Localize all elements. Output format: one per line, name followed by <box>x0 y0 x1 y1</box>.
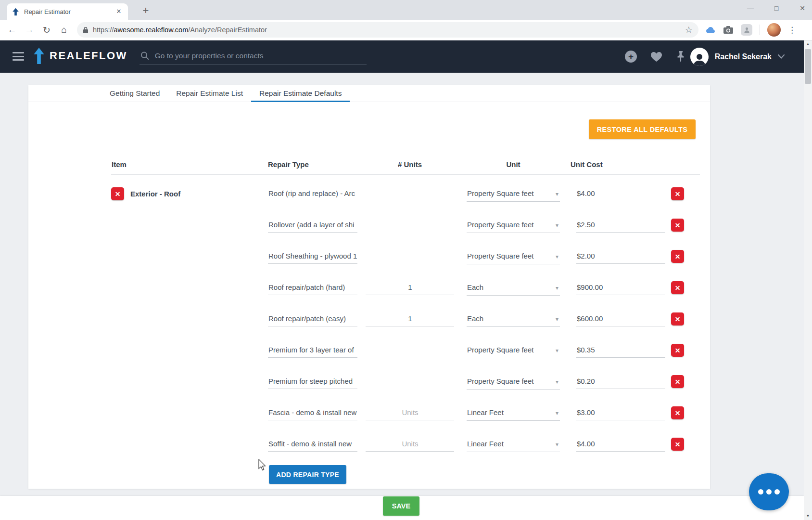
delete-row-button[interactable]: ✕ <box>671 438 684 451</box>
unit-cost-input[interactable] <box>576 377 665 389</box>
browser-menu-icon[interactable]: ⋮ <box>788 25 796 35</box>
delete-row-button[interactable]: ✕ <box>671 312 684 325</box>
item-group-label: Exterior - Roof <box>130 190 180 198</box>
home-icon[interactable]: ⌂ <box>56 25 72 35</box>
table-row: Each▾ ✕ <box>111 274 700 306</box>
item-group: ✕ Exterior - Roof <box>111 187 180 200</box>
back-icon[interactable]: ← <box>4 25 20 35</box>
brand-name: REALEFLOW <box>50 50 127 62</box>
delete-row-button[interactable]: ✕ <box>671 375 684 388</box>
user-menu[interactable]: Rachel Sekerak <box>690 40 785 73</box>
repair-type-input[interactable] <box>268 440 357 452</box>
delete-row-button[interactable]: ✕ <box>671 344 684 357</box>
repair-type-input[interactable] <box>268 189 357 201</box>
delete-row-button[interactable]: ✕ <box>671 219 684 232</box>
address-bar: ← → ↻ ⌂ https://awesome.realeflow.com/An… <box>0 20 812 40</box>
add-new-icon[interactable]: + <box>625 51 637 63</box>
search-input[interactable] <box>155 52 366 60</box>
lock-icon[interactable] <box>83 26 89 34</box>
chevron-down-icon: ▾ <box>556 285 558 291</box>
pin-icon[interactable] <box>676 51 685 63</box>
unit-cost-input[interactable] <box>576 346 665 358</box>
unit-cost-input[interactable] <box>576 252 665 264</box>
app-header: REALEFLOW + Rachel Sekerak <box>0 40 804 73</box>
cloud-sync-icon[interactable] <box>705 26 716 34</box>
url-text: https://awesome.realeflow.com/Analyze/Re… <box>93 26 681 34</box>
bookmark-star-icon[interactable]: ☆ <box>685 25 693 35</box>
unit-cost-input[interactable] <box>576 408 665 420</box>
table-row: Property Square feet▾ ✕ <box>111 368 700 400</box>
browser-extension-icon[interactable] <box>741 24 752 36</box>
window-maximize-icon[interactable]: □ <box>771 4 782 12</box>
forward-icon: → <box>21 25 38 35</box>
unit-dropdown[interactable]: Each▾ <box>467 283 560 296</box>
unit-cost-input[interactable] <box>576 189 665 201</box>
favorites-heart-icon[interactable] <box>650 52 662 62</box>
save-bar: SAVE <box>0 496 804 520</box>
delete-row-button[interactable]: ✕ <box>671 406 684 419</box>
delete-row-button[interactable]: ✕ <box>671 281 684 294</box>
global-search <box>140 48 367 65</box>
repair-type-input[interactable] <box>268 221 357 233</box>
chevron-down-icon: ▾ <box>556 410 558 416</box>
col-header-unit: Unit <box>467 160 560 169</box>
browser-tab[interactable]: Repair Estimator ✕ <box>7 3 128 20</box>
table-row: ✕ Exterior - Roof Property Square feet▾ … <box>111 181 700 212</box>
browser-profile-avatar[interactable] <box>767 23 781 37</box>
page-scrollbar[interactable]: ▲ ▼ <box>804 40 812 520</box>
realeflow-logo[interactable]: REALEFLOW <box>33 48 127 64</box>
tab-close-icon[interactable]: ✕ <box>114 7 123 16</box>
scroll-up-icon[interactable]: ▲ <box>804 40 812 48</box>
unit-dropdown[interactable]: Each▾ <box>467 314 560 327</box>
unit-dropdown[interactable]: Property Square feet▾ <box>467 252 560 264</box>
unit-dropdown[interactable]: Property Square feet▾ <box>467 346 560 358</box>
tab-repair-estimate-defaults[interactable]: Repair Estimate Defaults <box>251 85 350 102</box>
chevron-down-icon: ▾ <box>556 253 558 260</box>
repair-estimator-card: Getting Started Repair Estimate List Rep… <box>28 85 710 489</box>
divider <box>760 25 760 35</box>
repair-type-input[interactable] <box>268 252 357 264</box>
user-name: Rachel Sekerak <box>715 52 772 61</box>
units-input[interactable] <box>366 314 454 326</box>
units-input[interactable] <box>366 408 454 420</box>
unit-cost-input[interactable] <box>576 440 665 452</box>
delete-row-button[interactable]: ✕ <box>671 250 684 263</box>
window-minimize-icon[interactable]: — <box>745 4 756 12</box>
unit-cost-input[interactable] <box>576 283 665 295</box>
units-input[interactable] <box>366 440 454 452</box>
unit-dropdown[interactable]: Linear Feet▾ <box>467 440 560 452</box>
repair-type-input[interactable] <box>268 346 357 358</box>
repair-type-input[interactable] <box>268 408 357 420</box>
hamburger-menu-icon[interactable] <box>13 52 24 61</box>
url-field[interactable]: https://awesome.realeflow.com/Analyze/Re… <box>77 22 698 38</box>
tab-repair-estimate-list[interactable]: Repair Estimate List <box>168 85 251 102</box>
col-header-units: # Units <box>366 160 454 169</box>
restore-all-defaults-button[interactable]: RESTORE ALL DEFAULTS <box>589 119 696 139</box>
delete-row-button[interactable]: ✕ <box>671 187 684 200</box>
chevron-down-icon: ▾ <box>556 222 558 229</box>
table-row: Each▾ ✕ <box>111 306 700 337</box>
unit-dropdown[interactable]: Property Square feet▾ <box>467 189 560 202</box>
reload-icon[interactable]: ↻ <box>38 25 55 36</box>
repair-type-input[interactable] <box>268 283 357 295</box>
chat-widget-button[interactable] <box>749 473 789 510</box>
scroll-down-icon[interactable]: ▼ <box>804 512 812 520</box>
scrollbar-thumb[interactable] <box>805 49 811 84</box>
delete-group-button[interactable]: ✕ <box>111 187 124 200</box>
units-input[interactable] <box>366 283 454 295</box>
unit-cost-input[interactable] <box>576 314 665 326</box>
unit-dropdown[interactable]: Property Square feet▾ <box>467 221 560 233</box>
unit-dropdown[interactable]: Linear Feet▾ <box>467 408 560 421</box>
window-close-icon[interactable]: ✕ <box>797 4 808 12</box>
camera-extension-icon[interactable] <box>723 26 734 34</box>
unit-cost-input[interactable] <box>576 221 665 233</box>
repair-type-input[interactable] <box>268 377 357 389</box>
add-repair-type-button[interactable]: ADD REPAIR TYPE <box>269 465 346 484</box>
unit-dropdown[interactable]: Property Square feet▾ <box>467 377 560 390</box>
realeflow-arrow-icon <box>33 48 45 64</box>
tab-getting-started[interactable]: Getting Started <box>102 85 168 102</box>
save-button[interactable]: SAVE <box>383 496 419 516</box>
table-row: Property Square feet▾ ✕ <box>111 337 700 368</box>
new-tab-button[interactable]: + <box>139 4 153 18</box>
repair-type-input[interactable] <box>268 314 357 326</box>
